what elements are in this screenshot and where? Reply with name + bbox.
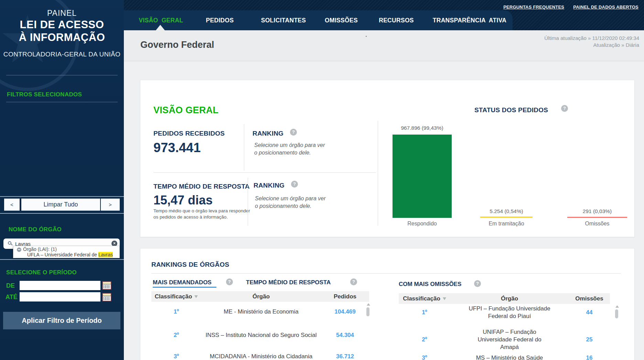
table-row[interactable]: 3º MS – Ministério da Saúde 16 xyxy=(399,353,610,360)
hint-line: o posicionamento dele. xyxy=(254,149,325,157)
period-heading: SELECIONE O PERÍODO xyxy=(6,269,77,276)
column-omissoes[interactable]: Omissões xyxy=(569,295,610,302)
calendar-icon[interactable] xyxy=(102,293,111,301)
tab-tempo-medio[interactable]: TEMPO MÉDIO DE RESPOSTA xyxy=(246,279,331,286)
bar-respondido[interactable] xyxy=(393,135,452,218)
scroll-up-icon[interactable] xyxy=(367,303,370,306)
tab-transparencia-ativa[interactable]: TRANSPARÊNCIA ATIVA xyxy=(433,17,507,24)
page-header: Governo Federal Última atualização » 11/… xyxy=(124,30,644,61)
org-cell: MS – Ministério da Saúde xyxy=(450,354,569,360)
divider xyxy=(6,75,118,75)
hint-line: Selecione um órgão para ver xyxy=(255,195,325,202)
tab-solicitantes[interactable]: SOLICITANTES xyxy=(261,17,306,24)
help-icon[interactable]: ? xyxy=(226,278,233,285)
rank-cell: 2º xyxy=(399,336,450,343)
ranking-bottom-hint: Selecione um órgão para ver o posicionam… xyxy=(255,195,325,210)
suggestions-group-label[interactable]: Órgão (LAI): (1) xyxy=(23,246,57,252)
suggestion-text: UFLA – Universidade Federal de xyxy=(27,252,98,257)
ranking-top-hint: Selecione um órgão para ver o posicionam… xyxy=(254,141,325,157)
scrollbar-thumb[interactable] xyxy=(615,309,618,318)
table-row[interactable]: 1º ME - Ministério da Economia 104.469 xyxy=(151,307,369,317)
help-icon[interactable]: ? xyxy=(291,181,298,188)
help-icon[interactable]: ? xyxy=(290,129,297,136)
active-tab-underline xyxy=(153,287,216,288)
ranking-bottom-label: RANKING xyxy=(254,182,285,189)
collapse-group-icon[interactable] xyxy=(17,247,21,252)
org-suggestions-dropdown: Órgão (LAI): (1) UFLA – Universidade Fed… xyxy=(13,246,120,258)
column-classificacao[interactable]: Classificação xyxy=(151,293,201,300)
divider xyxy=(0,196,124,197)
divider xyxy=(248,178,248,226)
rank-cell: 1º xyxy=(399,309,450,316)
update-info: Última atualização » 11/12/2020 02:49:34… xyxy=(544,35,639,49)
divider xyxy=(378,121,378,226)
date-from-input[interactable] xyxy=(20,281,100,290)
sort-icon xyxy=(443,297,446,300)
help-icon[interactable]: ? xyxy=(474,280,481,287)
date-to-input[interactable] xyxy=(20,292,100,301)
calendar-icon[interactable] xyxy=(102,281,111,290)
filters-prev-button[interactable]: < xyxy=(4,199,20,211)
tab-omissoes[interactable]: OMISSÕES xyxy=(325,17,358,24)
bar-omissoes[interactable] xyxy=(567,217,627,218)
divider xyxy=(153,172,376,173)
active-tab-notch xyxy=(156,25,165,30)
column-orgao[interactable]: Órgão xyxy=(201,293,321,300)
tab-recursos[interactable]: RECURSOS xyxy=(379,17,414,24)
divider xyxy=(0,213,124,214)
clear-all-button[interactable]: Limpar Tudo xyxy=(21,199,100,211)
rank-cell: 2º xyxy=(151,332,201,339)
value-cell: 36.712 xyxy=(321,353,369,360)
bar-category-label: Respondido xyxy=(393,221,452,227)
org-search-heading: NOME DO ÓRGÃO xyxy=(9,226,62,233)
filters-next-button[interactable]: > xyxy=(101,199,120,211)
divider xyxy=(0,259,124,260)
status-chart-title: STATUS DOS PEDIDOS xyxy=(474,106,548,114)
tab-pedidos[interactable]: PEDIDOS xyxy=(206,17,234,24)
column-classificacao[interactable]: Classificação xyxy=(399,295,450,302)
bar-category-label: Em tramitação xyxy=(480,221,533,227)
column-pedidos[interactable]: Pedidos xyxy=(321,293,369,300)
divider xyxy=(6,102,118,102)
rankings-title: RANKINGS DE ÓRGÃOS xyxy=(151,261,229,268)
org-cell: UNIFAP – Fundação Universidade Federal d… xyxy=(450,328,569,351)
value-cell: 16 xyxy=(569,354,610,360)
help-icon[interactable]: ? xyxy=(350,278,357,285)
value-cell: 44 xyxy=(569,309,610,316)
main-nav: VISÃO GERAL PEDIDOS SOLICITANTES OMISSÕE… xyxy=(124,10,513,30)
requests-label: PEDIDOS RECEBIDOS xyxy=(153,130,225,137)
hint-line: Selecione um órgão para ver xyxy=(254,141,325,149)
rankings-card: RANKINGS DE ÓRGÃOS MAIS DEMANDADOS ? TEM… xyxy=(140,248,635,360)
apply-period-filter-button[interactable]: Aplicar Filtro de Período xyxy=(3,312,120,329)
tab-mais-demandados[interactable]: MAIS DEMANDADOS xyxy=(153,279,212,286)
table-row[interactable]: 1º UFPI – Fundação Universidade Federal … xyxy=(399,305,610,320)
faq-link[interactable]: PERGUNTAS FREQUENTES xyxy=(503,4,564,10)
table-row[interactable]: 2º UNIFAP – Fundação Universidade Federa… xyxy=(399,328,610,344)
rank-cell: 3º xyxy=(399,354,450,360)
filters-heading: FILTROS SELECIONADOS xyxy=(7,91,82,98)
avg-time-desc: Tempo médio que o órgão leva para respon… xyxy=(153,208,250,220)
value-cell: 25 xyxy=(569,336,610,343)
tab-visao-geral[interactable]: VISÃO GERAL xyxy=(139,17,183,24)
scrollbar-thumb[interactable] xyxy=(366,307,369,316)
bar-em-tramitacao[interactable] xyxy=(480,216,533,218)
scroll-up-icon[interactable] xyxy=(615,305,619,308)
column-label: Classificação xyxy=(155,293,192,300)
open-data-panel-link[interactable]: PAINEL DE DADOS ABERTOS xyxy=(573,4,638,10)
org-suggestion-item[interactable]: UFLA – Universidade Federal de Lavras xyxy=(27,252,113,257)
value-cell: 54.304 xyxy=(321,332,369,339)
table-row[interactable]: 3º MCIDADANIA - Ministério da Cidadania … xyxy=(151,351,369,360)
divider xyxy=(151,273,621,274)
help-icon[interactable]: ? xyxy=(561,105,568,112)
bar-value-label: 967.896 (99,43%) xyxy=(393,125,452,131)
desc-line: os pedidos de acesso à informação. xyxy=(153,214,250,220)
divider xyxy=(244,124,244,171)
column-orgao[interactable]: Órgão xyxy=(450,295,569,302)
table-row[interactable]: 2º INSS – Instituto Nacional do Seguro S… xyxy=(151,330,369,340)
rank-cell: 3º xyxy=(151,353,201,360)
overview-title: VISÃO GERAL xyxy=(153,105,218,116)
sort-icon xyxy=(194,295,198,298)
column-label: Classificação xyxy=(403,295,440,302)
tab-com-mais-omissoes[interactable]: COM MAIS OMISSÕES xyxy=(399,281,461,288)
org-cell: UFPI – Fundação Universidade Federal do … xyxy=(450,305,569,320)
